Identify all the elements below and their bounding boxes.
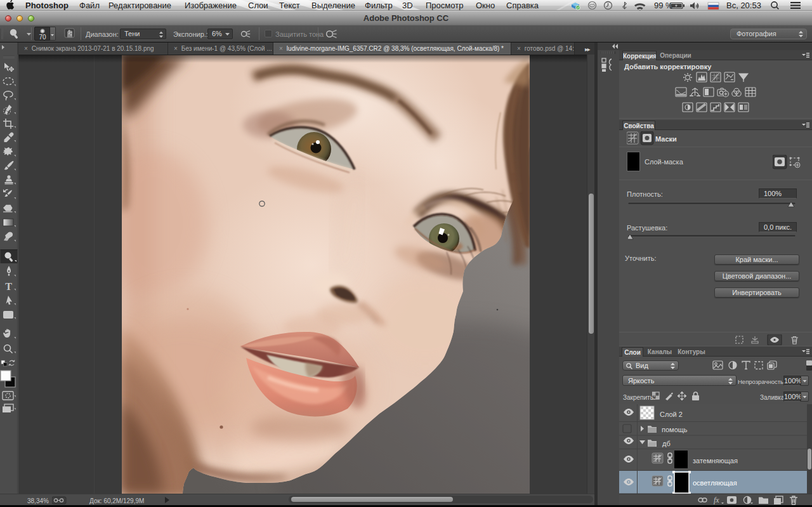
- svg-text:70: 70: [39, 34, 46, 41]
- svg-text:T: T: [5, 281, 12, 292]
- svg-text:fx: fx: [714, 496, 719, 504]
